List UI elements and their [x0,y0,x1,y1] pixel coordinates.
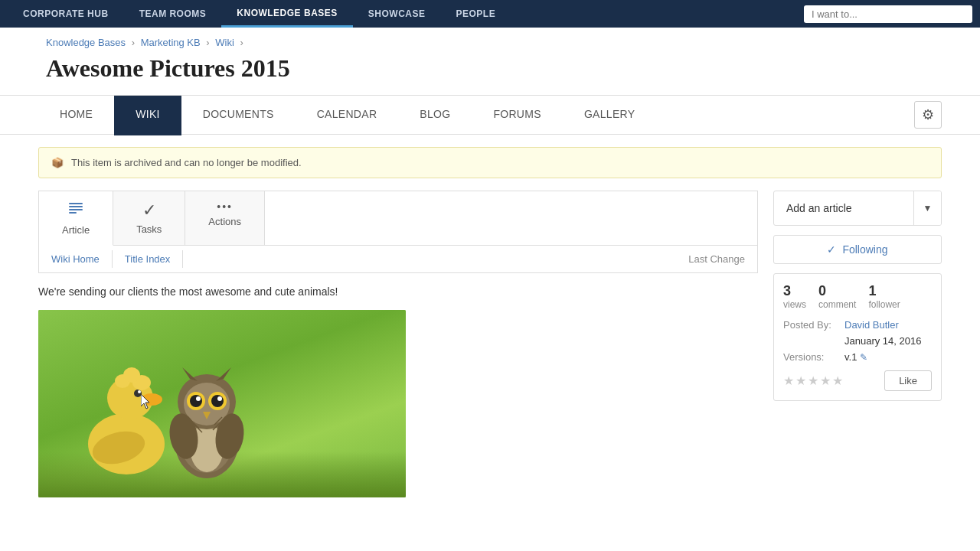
nav-corporate-hub[interactable]: CORPORATE HUB [8,0,124,28]
add-article-chevron-icon[interactable]: ▼ [913,191,941,225]
archive-message: This item is archived and can no longer … [71,157,302,168]
tab-article[interactable]: Article [39,191,113,246]
svg-point-7 [141,393,162,406]
star-2[interactable]: ★ [795,373,806,388]
breadcrumb-link-marketing-kb[interactable]: Marketing KB [141,37,201,48]
tab-wiki[interactable]: WIKI [114,96,181,135]
svg-rect-3 [69,212,77,214]
article-icon [67,201,84,221]
breadcrumb-link-knowledge-bases[interactable]: Knowledge Bases [46,37,126,48]
rating-row: ★ ★ ★ ★ ★ Like [783,370,932,391]
versions-value: v.1 [844,351,857,363]
tab-gallery[interactable]: GALLERY [563,96,656,135]
breadcrumb: Knowledge Bases › Marketing KB › Wiki › [0,28,980,51]
breadcrumb-separator: › [206,37,212,48]
nav-team-rooms[interactable]: TEAM ROOMS [124,0,222,28]
article-tabs: Article ✓ Tasks ••• Actions [38,191,758,245]
star-rating[interactable]: ★ ★ ★ ★ ★ [783,373,843,388]
actions-icon: ••• [217,201,233,213]
views-label: views [783,299,806,310]
svg-rect-1 [69,206,83,207]
star-4[interactable]: ★ [820,373,831,388]
tab-documents[interactable]: DOCUMENTS [181,96,296,135]
tasks-icon: ✓ [142,201,156,220]
secondary-navigation: HOME WIKI DOCUMENTS CALENDAR BLOG FORUMS… [0,95,980,135]
article-body: We're sending our clients the most aweso… [38,285,758,298]
tab-calendar[interactable]: CALENDAR [296,96,399,135]
add-article-button[interactable]: Add an article ▼ [773,191,942,226]
svg-point-24 [211,395,224,407]
breadcrumb-separator: › [240,37,243,48]
nav-knowledge-bases[interactable]: KNOWLEDGE BASES [221,0,353,28]
posted-by-label: Posted By: [783,319,844,331]
following-check-icon: ✓ [827,243,836,256]
tab-article-label: Article [62,224,90,236]
page-title: Awesome Pictures 2015 [0,51,980,95]
followers-count: 1 [868,283,876,299]
tab-blog[interactable]: BLOG [398,96,472,135]
svg-point-23 [190,395,202,407]
svg-point-25 [196,396,201,401]
following-label: Following [842,243,887,256]
svg-point-8 [134,390,142,397]
archive-banner: 📦 This item is archived and can no longe… [38,147,942,178]
stat-followers: 1 follower [868,283,900,310]
nav-showcase[interactable]: SHOWCASE [353,0,441,28]
breadcrumb-link-wiki[interactable]: Wiki [215,37,234,48]
like-button[interactable]: Like [884,370,932,391]
post-date: January 14, 2016 [844,335,921,347]
stats-box: 3 views 0 comment 1 follower Posted By: … [773,273,942,401]
star-3[interactable]: ★ [808,373,818,388]
svg-rect-0 [69,203,83,204]
svg-rect-2 [69,209,83,210]
settings-gear-icon[interactable]: ⚙ [914,101,942,129]
last-change-label: Last Change [688,253,757,265]
date-row: January 14, 2016 [783,335,932,347]
nav-people[interactable]: PEOPLE [440,0,511,28]
sub-tabs-bar: Wiki Home Title Index Last Change [38,245,758,273]
edit-version-icon[interactable]: ✎ [860,352,867,363]
sub-tab-title-index[interactable]: Title Index [113,250,184,268]
stat-comments: 0 comment [818,283,856,310]
versions-label: Versions: [783,351,844,363]
stats-row: 3 views 0 comment 1 follower [783,283,932,310]
sidebar: Add an article ▼ ✓ Following 3 views 0 c… [773,191,942,497]
main-content: Article ✓ Tasks ••• Actions Wiki Home Ti… [38,191,758,497]
svg-point-13 [123,367,140,383]
tab-actions-label: Actions [208,216,241,227]
article-image [38,310,406,497]
sub-tab-wiki-home[interactable]: Wiki Home [39,250,113,268]
article-intro-text: We're sending our clients the most aweso… [38,285,758,298]
comments-count: 0 [818,283,826,299]
tab-tasks[interactable]: ✓ Tasks [113,191,185,245]
archive-icon: 📦 [51,157,64,168]
posted-by-value[interactable]: David Butler [844,319,899,331]
add-article-label[interactable]: Add an article [774,193,913,223]
svg-point-9 [138,390,141,393]
stat-views: 3 views [783,283,806,310]
tab-actions[interactable]: ••• Actions [185,191,265,245]
tab-home[interactable]: HOME [38,96,114,135]
star-5[interactable]: ★ [832,373,843,388]
posted-by-row: Posted By: David Butler [783,319,932,331]
versions-row: Versions: v.1 ✎ [783,351,932,363]
svg-point-26 [217,396,222,401]
star-1[interactable]: ★ [783,373,794,388]
content-area: Article ✓ Tasks ••• Actions Wiki Home Ti… [0,191,980,497]
comments-label: comment [818,299,856,310]
following-button[interactable]: ✓ Following [773,235,942,264]
tab-forums[interactable]: FORUMS [472,96,562,135]
views-count: 3 [783,283,791,299]
breadcrumb-separator: › [132,37,138,48]
search-input[interactable] [804,5,972,23]
tab-tasks-label: Tasks [136,223,162,235]
top-navigation: CORPORATE HUB TEAM ROOMS KNOWLEDGE BASES… [0,0,980,28]
followers-label: follower [868,299,900,310]
